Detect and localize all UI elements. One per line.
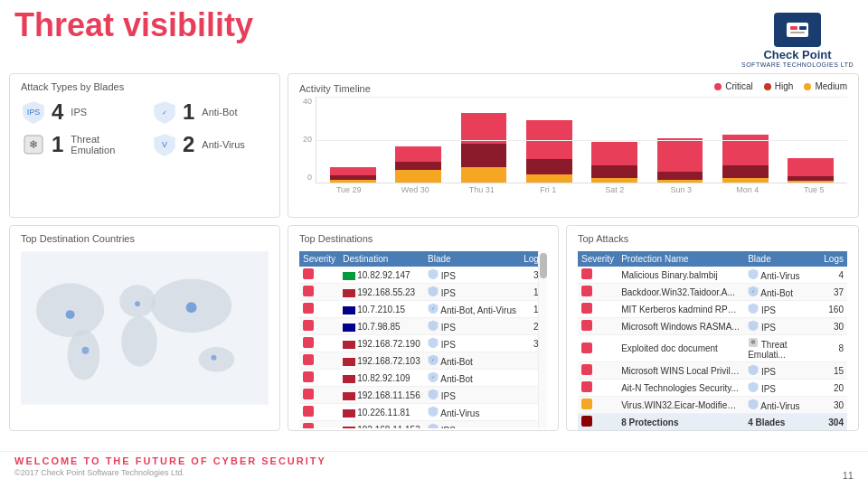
sev-bar-9	[303, 423, 314, 428]
bar-group-4	[582, 99, 647, 183]
bar-high-4	[591, 165, 637, 178]
svg-rect-3	[799, 26, 807, 30]
legend-dot-1	[764, 83, 771, 90]
dest-countries-title: Top Destination Countries	[21, 233, 269, 244]
dest-ip-0: 10.82.92.147	[339, 267, 424, 284]
svg-text:❄: ❄	[750, 339, 756, 345]
x-label-3: Fri 1	[515, 185, 582, 194]
attacks-col-1: Protection Name	[618, 251, 744, 267]
dest-row-0: 10.82.92.147 IPS 30	[299, 267, 547, 284]
table-body: 10.82.92.147 IPS 30 192.168.55.23 IPS 15…	[299, 267, 547, 428]
bar-critical-0	[330, 167, 376, 175]
blade-item-1: ✓ 1 Anti-Bot	[152, 99, 269, 125]
bar-critical-7	[788, 158, 834, 176]
dest-blade-5: ✓ Anti-Bot	[424, 352, 520, 370]
sev-bar-7	[303, 389, 314, 399]
attacks-table: SeverityProtection NameBladeLogs Malicio…	[578, 251, 847, 431]
y-tick-20: 20	[303, 135, 312, 144]
attacks-header-row: SeverityProtection NameBladeLogs	[578, 251, 847, 267]
dest-row-1: 192.168.55.23 IPS 15	[299, 284, 547, 301]
blade-label-0: IPS	[71, 107, 87, 117]
blade-label-1: Anti-Bot	[202, 107, 237, 117]
y-tick-40: 40	[303, 97, 312, 106]
attack-logs-7: 30	[820, 397, 847, 414]
svg-text:IPS: IPS	[27, 108, 41, 117]
dest-row-4: 192.168.72.190 IPS 30	[299, 335, 547, 352]
dest-severity-5	[299, 352, 339, 370]
attack-severity-6	[578, 380, 618, 397]
attacks-row-3: Microsoft Windows RASMA... IPS 30	[578, 318, 847, 335]
dest-ip-5: 192.168.72.103	[339, 352, 424, 370]
attack-sev-bar-2	[581, 303, 592, 314]
flag-8	[343, 409, 355, 418]
sev-bar-3	[303, 320, 314, 331]
dest-ip-8: 10.226.11.81	[339, 404, 424, 421]
dest-blade-3: IPS	[424, 318, 520, 335]
attack-sev-bar-5	[581, 364, 592, 375]
svg-point-17	[66, 310, 75, 319]
blade-count-2: 1	[52, 132, 63, 157]
logo-area: Check Point SOFTWARE TECHNOLOGIES LTD	[741, 13, 854, 68]
blade-count-3: 2	[183, 132, 194, 157]
destinations-table: SeverityDestinationBladeLogs 10.82.92.14…	[299, 251, 547, 428]
sev-bar-6	[303, 371, 314, 382]
scroll-thumb[interactable]	[540, 253, 547, 278]
dest-ip-1: 192.168.55.23	[339, 284, 424, 301]
dest-blade-9: IPS	[424, 421, 520, 429]
dest-blade-0: IPS	[424, 267, 520, 284]
blade-icon-3: V	[152, 132, 177, 157]
legend-item-0: Critical	[714, 81, 753, 91]
dest-blade-2: ✓ Anti-Bot, Anti-Virus	[424, 301, 520, 318]
dest-row-5: 192.168.72.103 ✓ Anti-Bot 7	[299, 352, 547, 370]
attack-logs-0: 4	[820, 267, 847, 284]
blade-grid: IPS 4 IPS ✓ 1 Anti-Bot ❄ 1 ThreatEmulati…	[21, 99, 269, 157]
blade-item-3: V 2 Anti-Virus	[152, 132, 269, 157]
header: Threat visibility Check Point SOFTWARE T…	[0, 0, 868, 73]
dest-severity-9	[299, 421, 339, 429]
legend-label-1: High	[775, 81, 794, 91]
dest-ip-6: 10.82.92.109	[339, 370, 424, 387]
attacks-row-8: 8 Protections 4 Blades 304	[578, 414, 847, 431]
sev-bar-0	[303, 268, 314, 279]
blade-count-1: 1	[183, 99, 194, 125]
attack-types-panel: Attack Types by Blades IPS 4 IPS ✓ 1 Ant…	[9, 73, 280, 218]
bar-group-3	[516, 99, 581, 183]
dest-severity-8	[299, 404, 339, 421]
dest-row-6: 10.82.92.109 ✓ Anti-Bot 3	[299, 370, 547, 387]
attack-name-0: Malicious Binary.balmbij	[618, 267, 744, 284]
blade-label-2: ThreatEmulation	[71, 134, 115, 155]
scrollbar[interactable]	[538, 251, 547, 428]
bar-group-1	[385, 99, 450, 183]
attacks-row-2: MIT Kerberos kadmind RPC ... IPS 160	[578, 301, 847, 318]
logo-brand: Check Point	[763, 49, 831, 61]
x-label-0: Tue 29	[316, 185, 382, 194]
flag-2	[343, 306, 355, 314]
svg-point-19	[135, 302, 140, 307]
dest-col-1: Destination	[339, 251, 424, 267]
attack-blade-5: IPS	[744, 362, 820, 380]
sev-bar-5	[303, 354, 314, 365]
legend-item-2: Medium	[804, 81, 847, 91]
attack-types-title: Attack Types by Blades	[21, 81, 269, 92]
flag-0	[343, 272, 355, 280]
legend-dot-0	[714, 83, 722, 90]
flag-9	[343, 427, 355, 429]
svg-point-14	[121, 316, 157, 367]
page-title: Threat visibility	[14, 9, 253, 42]
attacks-col-2: Blade	[744, 251, 820, 267]
attacks-col-0: Severity	[578, 251, 618, 267]
top-destinations-title: Top Destinations	[299, 233, 547, 244]
attacks-row-0: Malicious Binary.balmbij Anti-Virus 4	[578, 267, 847, 284]
dest-ip-2: 10.7.210.15	[339, 301, 424, 318]
bar-medium-5	[657, 180, 703, 183]
attack-severity-3	[578, 318, 618, 335]
table-header-row: SeverityDestinationBladeLogs	[299, 251, 547, 267]
blade-icon-1: ✓	[152, 99, 177, 125]
svg-text:✓: ✓	[162, 109, 167, 116]
svg-point-16	[199, 347, 235, 372]
flag-4	[343, 341, 355, 349]
attack-name-6: Ait-N Technologies Security...	[618, 380, 744, 397]
attack-sev-bar-7	[581, 399, 592, 409]
attack-name-4: Exploited doc document	[618, 335, 744, 362]
attack-severity-2	[578, 301, 618, 318]
